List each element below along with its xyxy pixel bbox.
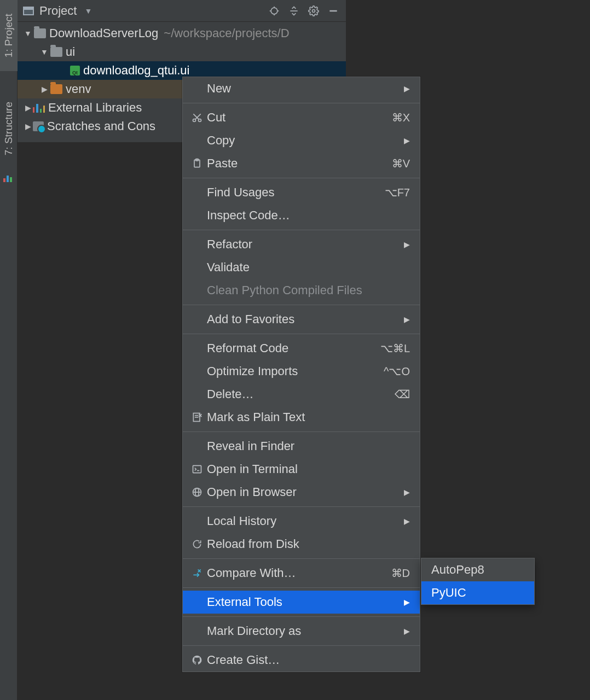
tool-tab-decor-icon (3, 174, 13, 182)
chevron-down-icon[interactable]: ▼ (84, 7, 92, 15)
tool-tab-project[interactable]: 1: Project (0, 0, 18, 71)
paste-icon (189, 158, 205, 169)
menu-separator (183, 431, 420, 432)
tree-scratch-name: Scratches and Cons (47, 119, 155, 133)
tool-tab-project-label: 1: Project (3, 14, 15, 57)
submenu-autopep8[interactable]: AutoPep8 (421, 558, 534, 581)
project-view-title[interactable]: Project (39, 4, 77, 18)
menu-separator (183, 645, 420, 646)
menu-separator (183, 587, 420, 588)
tree-row-ui[interactable]: ui (18, 43, 346, 61)
reload-icon (189, 539, 205, 550)
tool-tab-structure-label: 7: Structure (3, 102, 15, 155)
menu-paste[interactable]: Paste ⌘V (183, 152, 420, 175)
plain-text-icon (189, 412, 205, 423)
tree-ui-name: ui (66, 45, 75, 59)
submenu-arrow-icon: ▶ (404, 598, 410, 606)
cut-icon (189, 112, 205, 123)
collapse-all-icon[interactable] (287, 4, 301, 18)
menu-open-browser[interactable]: Open in Browser ▶ (183, 481, 420, 504)
project-panel-header: Project ▼ (18, 0, 346, 22)
menu-mark-plain[interactable]: Mark as Plain Text (183, 406, 420, 429)
shortcut-cut: ⌘X (392, 111, 410, 124)
menu-delete[interactable]: Delete… ⌫ (183, 383, 420, 406)
submenu-arrow-icon: ▶ (404, 627, 410, 635)
menu-separator (183, 334, 420, 334)
tree-root-path: ~/workspace/projects/D (164, 26, 289, 40)
globe-icon (189, 487, 205, 498)
expand-arrow-icon[interactable] (39, 48, 49, 56)
libraries-icon (33, 103, 45, 113)
svg-point-0 (271, 8, 277, 14)
folder-icon (34, 28, 46, 38)
hide-panel-icon[interactable] (326, 4, 340, 18)
menu-copy[interactable]: Copy ▶ (183, 129, 420, 152)
menu-optimize-imports[interactable]: Optimize Imports ^⌥O (183, 360, 420, 383)
external-tools-submenu: AutoPep8 PyUIC (421, 558, 535, 605)
tree-extlib-name: External Libraries (48, 101, 142, 115)
expand-arrow-icon[interactable] (23, 29, 33, 38)
menu-separator (183, 558, 420, 559)
expand-arrow-icon[interactable] (23, 103, 33, 112)
menu-create-gist[interactable]: Create Gist… (183, 649, 420, 672)
submenu-arrow-icon: ▶ (404, 517, 410, 526)
shortcut-delete: ⌫ (395, 388, 410, 401)
compare-icon (189, 568, 205, 579)
terminal-icon (189, 464, 205, 475)
menu-refactor[interactable]: Refactor ▶ (183, 233, 420, 256)
shortcut-compare: ⌘D (391, 567, 410, 580)
folder-icon (50, 47, 62, 57)
tree-row-root[interactable]: DownloadServerLog ~/workspace/projects/D (18, 24, 346, 43)
menu-mark-directory[interactable]: Mark Directory as ▶ (183, 620, 420, 643)
tool-tab-structure[interactable]: 7: Structure (0, 88, 18, 170)
scratches-icon (33, 121, 44, 131)
tool-window-tabstrip: 1: Project 7: Structure (0, 0, 18, 700)
tree-file-name: downloadlog_qtui.ui (83, 63, 190, 78)
shortcut-paste: ⌘V (392, 157, 410, 170)
svg-point-6 (313, 9, 315, 12)
menu-new[interactable]: New ▶ (183, 77, 420, 100)
menu-compare-with[interactable]: Compare With… ⌘D (183, 562, 420, 585)
locate-icon[interactable] (267, 4, 281, 18)
menu-local-history[interactable]: Local History ▶ (183, 510, 420, 533)
submenu-arrow-icon: ▶ (404, 315, 410, 324)
qt-file-icon: Qt (70, 66, 80, 75)
tree-root-name: DownloadServerLog (49, 26, 158, 40)
menu-separator (183, 178, 420, 178)
submenu-arrow-icon: ▶ (404, 136, 410, 145)
menu-separator (183, 506, 420, 507)
submenu-pyuic[interactable]: PyUIC (421, 581, 534, 604)
menu-reveal-finder[interactable]: Reveal in Finder (183, 435, 420, 458)
menu-open-terminal[interactable]: Open in Terminal (183, 458, 420, 481)
tree-venv-name: venv (66, 82, 91, 96)
shortcut-find-usages: ⌥F7 (385, 186, 410, 199)
menu-cut[interactable]: Cut ⌘X (183, 106, 420, 129)
menu-separator (183, 103, 420, 103)
menu-add-favorites[interactable]: Add to Favorites ▶ (183, 308, 420, 331)
menu-validate[interactable]: Validate (183, 256, 420, 279)
gear-icon[interactable] (306, 4, 321, 18)
folder-excluded-icon (50, 84, 62, 94)
expand-arrow-icon[interactable] (39, 85, 49, 94)
menu-separator (183, 305, 420, 305)
menu-find-usages[interactable]: Find Usages ⌥F7 (183, 181, 420, 204)
menu-external-tools[interactable]: External Tools ▶ (183, 591, 420, 614)
submenu-arrow-icon: ▶ (404, 488, 410, 497)
project-view-icon (23, 7, 34, 15)
menu-reload-disk[interactable]: Reload from Disk (183, 533, 420, 556)
svg-point-9 (199, 119, 201, 122)
menu-separator (183, 230, 420, 230)
shortcut-reformat: ⌥⌘L (380, 342, 410, 355)
menu-separator (183, 616, 420, 617)
github-icon (189, 655, 205, 666)
svg-point-8 (193, 119, 196, 122)
menu-reformat-code[interactable]: Reformat Code ⌥⌘L (183, 337, 420, 360)
menu-inspect-code[interactable]: Inspect Code… (183, 204, 420, 227)
shortcut-optimize: ^⌥O (384, 365, 410, 378)
svg-rect-19 (193, 465, 201, 472)
submenu-arrow-icon: ▶ (404, 240, 410, 249)
submenu-arrow-icon: ▶ (404, 84, 410, 93)
expand-arrow-icon[interactable] (23, 122, 33, 131)
context-menu: New ▶ Cut ⌘X Copy ▶ Paste ⌘V Find Usages… (182, 77, 420, 672)
menu-clean-pyc: Clean Python Compiled Files (183, 279, 420, 302)
